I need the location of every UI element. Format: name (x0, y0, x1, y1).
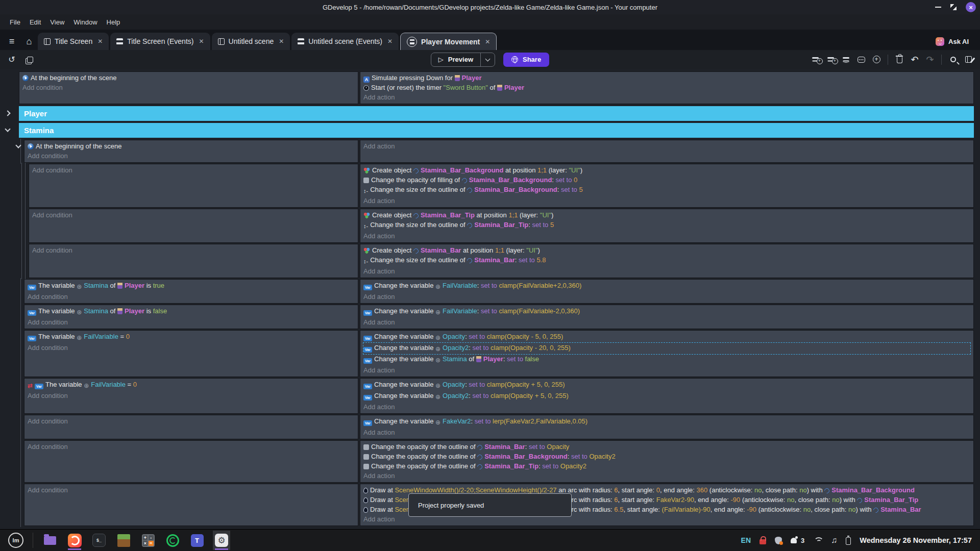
action-line[interactable]: Start (or reset) the timer "Sword Button… (363, 83, 970, 92)
conditions-cell[interactable]: Add condition (29, 164, 358, 208)
add-action-link[interactable]: Add action (363, 428, 970, 437)
taskbar-app-firefox[interactable] (66, 531, 83, 550)
action-line[interactable]: Change the size of the outline of Stamin… (363, 255, 970, 266)
actions-cell[interactable]: Create object Stamina_Bar_Background at … (360, 164, 974, 208)
chevron-down-icon[interactable] (15, 142, 21, 148)
conditions-cell[interactable]: Add condition (29, 209, 358, 243)
shield-icon[interactable] (775, 537, 782, 544)
add-condition-link[interactable]: Add condition (28, 485, 355, 495)
action-line[interactable]: Create object Stamina_Bar at position 1;… (363, 245, 970, 255)
add-action-link[interactable]: Add action (363, 92, 970, 102)
mint-menu-icon[interactable]: lm (8, 533, 23, 548)
add-circle-button[interactable] (870, 53, 883, 66)
action-line[interactable]: Create object Stamina_Bar_Background at … (363, 165, 970, 175)
menu-help[interactable]: Help (102, 16, 125, 28)
add-condition-link[interactable]: Add condition (28, 391, 355, 400)
add-action-link[interactable]: Add action (363, 266, 970, 276)
condition-line[interactable]: At the beginning of the scene (28, 141, 355, 151)
action-line[interactable]: Change the size of the outline of Stamin… (363, 220, 970, 231)
add-condition-link[interactable]: Add condition (32, 210, 355, 220)
conditions-cell[interactable]: Add condition (24, 484, 358, 526)
add-condition-link[interactable]: Add condition (32, 165, 355, 175)
search-button[interactable] (946, 53, 960, 66)
tab-close-icon[interactable]: ✕ (279, 38, 284, 45)
chevron-down-icon[interactable] (5, 126, 10, 132)
tab-untitled-scene-events-[interactable]: Untitled scene (Events)✕ (291, 33, 399, 50)
actions-cell[interactable]: Add action (360, 140, 974, 163)
condition-line[interactable]: The variable Stamina of Player is false (28, 306, 355, 317)
condition-line[interactable]: The variable FailVariable = 0 (28, 380, 355, 391)
actions-cell[interactable]: Change the opacity of the outline of Sta… (360, 440, 974, 483)
menu-file[interactable]: File (5, 16, 25, 28)
add-action-link[interactable]: Add action (363, 141, 970, 151)
actions-cell[interactable]: Create object Stamina_Bar_Tip at positio… (360, 209, 974, 243)
ask-ai-button[interactable]: Ask AI (936, 37, 969, 46)
taskbar-app-teams[interactable] (188, 531, 206, 550)
add-action-link[interactable]: Add action (363, 292, 970, 302)
group-player[interactable]: Player (19, 106, 974, 121)
conditions-cell[interactable]: The variable Stamina of Player is falseA… (24, 305, 358, 329)
menu-window[interactable]: Window (69, 16, 102, 28)
action-line[interactable]: Change the variable Stamina of Player: s… (363, 354, 970, 365)
edit-sheet-button[interactable] (962, 53, 975, 66)
action-line[interactable]: Simulate pressing Down for Player (363, 73, 970, 83)
clock[interactable]: Wednesday 26 November, 17:57 (860, 536, 972, 544)
conditions-cell[interactable]: At the beginning of the sceneAdd conditi… (19, 71, 358, 104)
actions-cell[interactable]: Change the variable Opacity: set to clam… (360, 330, 974, 377)
tab-player-movement[interactable]: Player Movement✕ (400, 33, 497, 50)
add-action-link[interactable]: Add action (363, 402, 970, 412)
add-comment-button[interactable] (854, 53, 868, 66)
preview-dropdown-button[interactable] (480, 53, 495, 66)
menu-view[interactable]: View (45, 16, 69, 28)
add-condition-link[interactable]: Add condition (28, 416, 355, 426)
battery-icon[interactable] (846, 537, 851, 545)
add-condition-link[interactable]: Add condition (28, 343, 355, 353)
condition-line[interactable]: At the beginning of the scene (22, 73, 355, 83)
tab-close-icon[interactable]: ✕ (485, 38, 490, 45)
history-icon[interactable] (5, 53, 18, 66)
add-action-link[interactable]: Add action (363, 231, 970, 241)
conditions-cell[interactable]: At the beginning of the sceneAdd conditi… (24, 140, 358, 163)
action-line[interactable]: Change the opacity of the outline of Sta… (363, 442, 970, 452)
actions-cell[interactable]: Create object Stamina_Bar at position 1;… (360, 244, 974, 278)
action-line[interactable]: Change the opacity of the outline of Sta… (363, 461, 970, 471)
tab-title-screen-events-[interactable]: Title Screen (Events)✕ (110, 33, 210, 50)
conditions-cell[interactable]: Add condition (29, 244, 358, 278)
conditions-cell[interactable]: The variable FailVariable = 0Add conditi… (24, 378, 358, 414)
action-line[interactable]: Change the variable FailVariable: set to… (363, 306, 970, 317)
tab-close-icon[interactable]: ✕ (387, 38, 393, 45)
actions-cell[interactable]: Change the variable Opacity: set to clam… (360, 378, 974, 414)
tab-untitled-scene[interactable]: Untitled scene✕ (212, 33, 290, 50)
group-stamina[interactable]: Stamina (19, 123, 974, 138)
action-line[interactable]: Create object Stamina_Bar_Tip at positio… (363, 210, 970, 220)
add-subevent-button[interactable] (824, 53, 837, 66)
condition-line[interactable]: The variable FailVariable = 0 (28, 332, 355, 343)
minimize-button-icon[interactable] (935, 7, 941, 8)
add-action-link[interactable]: Add action (363, 317, 970, 327)
add-action-link[interactable]: Add action (363, 365, 970, 375)
action-line[interactable]: Change the variable Opacity2: set to cla… (363, 343, 970, 354)
add-other-event-button[interactable] (839, 53, 852, 66)
action-line[interactable]: Change the opacity of the outline of Sta… (363, 452, 970, 461)
add-condition-link[interactable]: Add condition (32, 245, 355, 255)
conditions-cell[interactable]: Add condition (24, 415, 358, 439)
action-line[interactable]: Change the opacity of filling of Stamina… (363, 175, 970, 185)
wifi-icon[interactable] (813, 537, 822, 544)
taskbar-app-minecraft[interactable] (115, 531, 132, 550)
tab-close-icon[interactable]: ✕ (199, 38, 204, 45)
taskbar-app-files[interactable] (41, 531, 59, 550)
action-line[interactable]: Change the variable FailVariable: set to… (363, 281, 970, 292)
conditions-cell[interactable]: Add condition (24, 440, 358, 483)
share-button[interactable]: Share (503, 53, 549, 67)
redo-button[interactable] (923, 53, 937, 66)
close-button-icon[interactable]: × (966, 2, 976, 12)
add-condition-link[interactable]: Add condition (28, 317, 355, 327)
trash-button[interactable] (893, 53, 906, 66)
conditions-cell[interactable]: The variable Stamina of Player is trueAd… (24, 279, 358, 304)
action-line[interactable]: Change the variable Opacity2: set to cla… (363, 391, 970, 402)
action-line[interactable]: Change the variable FakeVar2: set to ler… (363, 416, 970, 428)
action-line[interactable]: Change the size of the outline of Stamin… (363, 185, 970, 196)
undo-button[interactable] (908, 53, 921, 66)
tab-close-icon[interactable]: ✕ (97, 38, 103, 45)
hamburger-menu-icon[interactable]: ≡ (3, 33, 20, 50)
